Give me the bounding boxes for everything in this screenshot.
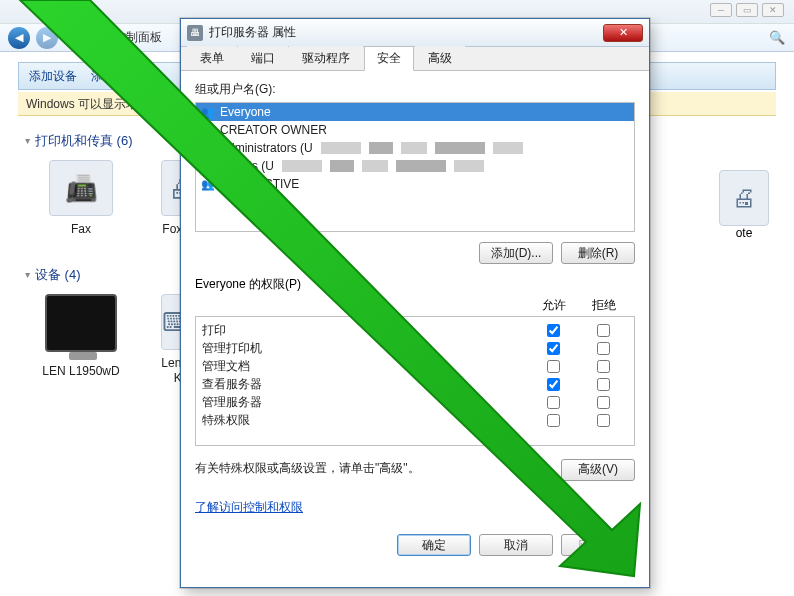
group-name: Guests (U <box>220 159 274 173</box>
groups-label: 组或用户名(G): <box>195 81 635 98</box>
group-icon: 👥 <box>200 141 216 155</box>
breadcrumb[interactable]: 控制面板 <box>114 29 162 46</box>
group-row[interactable]: 👥INTERACTIVE <box>196 175 634 193</box>
add-printer-link[interactable]: 添加打印机 <box>91 68 151 85</box>
group-icon: 👥 <box>200 177 216 191</box>
add-device-link[interactable]: 添加设备 <box>29 68 77 85</box>
list-item[interactable]: 🖨 ote <box>714 170 774 240</box>
permission-name: 打印 <box>202 322 528 339</box>
redacted-span <box>369 142 393 154</box>
cancel-button[interactable]: 取消 <box>479 534 553 556</box>
advanced-button[interactable]: 高级(V) <box>561 459 635 481</box>
redacted-span <box>321 142 361 154</box>
allow-checkbox[interactable] <box>547 378 560 391</box>
group-name: Everyone <box>220 105 271 119</box>
info-text: Windows 可以显示增强型设 <box>26 97 174 111</box>
monitor-icon <box>45 294 117 352</box>
close-button[interactable]: ✕ <box>762 3 784 17</box>
permission-row: 管理服务器 <box>202 393 628 411</box>
list-item[interactable]: 📠 Fax <box>36 160 126 236</box>
redacted-span <box>493 142 523 154</box>
printer-icon: 🖶 <box>187 25 203 41</box>
deny-checkbox[interactable] <box>597 360 610 373</box>
remove-group-button[interactable]: 删除(R) <box>561 242 635 264</box>
permission-name: 管理打印机 <box>202 340 528 357</box>
group-row[interactable]: 👥Administrators (U <box>196 139 634 157</box>
dialog-close-button[interactable]: ✕ <box>603 24 643 42</box>
deny-checkbox[interactable] <box>597 378 610 391</box>
permission-name: 特殊权限 <box>202 412 528 429</box>
permissions-label: Everyone 的权限(P) <box>195 276 635 293</box>
fax-icon: 📠 <box>49 160 113 216</box>
group-name: CREATOR OWNER <box>220 123 327 137</box>
group-icon: 👥 <box>200 159 216 173</box>
group-icon: 👥 <box>200 105 216 119</box>
permission-row: 打印 <box>202 321 628 339</box>
group-name: INTERACTIVE <box>220 177 299 191</box>
allow-checkbox[interactable] <box>547 342 560 355</box>
apply-button[interactable]: 应用(A) <box>561 534 635 556</box>
group-row[interactable]: 👥Guests (U <box>196 157 634 175</box>
nav-fwd-icon: ▶ <box>36 27 58 49</box>
print-server-properties-dialog: 🖶 打印服务器 属性 ✕ 表单端口驱动程序安全高级 组或用户名(G): 👥Eve… <box>180 18 650 588</box>
search-icon[interactable]: 🔍 <box>768 28 786 46</box>
allow-checkbox[interactable] <box>547 396 560 409</box>
group-row[interactable]: 👥CREATOR OWNER <box>196 121 634 139</box>
permission-name: 查看服务器 <box>202 376 528 393</box>
redacted-span <box>362 160 388 172</box>
allow-checkbox[interactable] <box>547 414 560 427</box>
dialog-titlebar[interactable]: 🖶 打印服务器 属性 ✕ <box>181 19 649 47</box>
redacted-span <box>401 142 427 154</box>
advanced-note: 有关特殊权限或高级设置，请单击"高级"。 <box>195 460 553 477</box>
permissions-header: 允许 拒绝 <box>195 297 635 316</box>
permission-name: 管理文档 <box>202 358 528 375</box>
redacted-span <box>330 160 354 172</box>
group-name: Administrators (U <box>220 141 313 155</box>
tab-4[interactable]: 高级 <box>415 46 465 70</box>
group-row[interactable]: 👥Everyone <box>196 103 634 121</box>
deny-checkbox[interactable] <box>597 342 610 355</box>
add-group-button[interactable]: 添加(D)... <box>479 242 553 264</box>
dialog-title: 打印服务器 属性 <box>209 24 296 41</box>
permission-row: 管理文档 <box>202 357 628 375</box>
tab-strip: 表单端口驱动程序安全高级 <box>181 47 649 71</box>
groups-listbox[interactable]: 👥Everyone👥CREATOR OWNER👥Administrators (… <box>195 102 635 232</box>
deny-checkbox[interactable] <box>597 414 610 427</box>
deny-checkbox[interactable] <box>597 324 610 337</box>
group-icon: 👥 <box>200 123 216 137</box>
redacted-span <box>282 160 322 172</box>
permission-row: 查看服务器 <box>202 375 628 393</box>
deny-checkbox[interactable] <box>597 396 610 409</box>
security-tab-panel: 组或用户名(G): 👥Everyone👥CREATOR OWNER👥Admini… <box>181 71 649 587</box>
learn-access-control-link[interactable]: 了解访问控制和权限 <box>195 500 303 514</box>
tab-3[interactable]: 安全 <box>364 46 414 71</box>
printer-path-icon: 🖶 ▸ <box>74 28 102 47</box>
tab-0[interactable]: 表单 <box>187 46 237 70</box>
ok-button[interactable]: 确定 <box>397 534 471 556</box>
printer-icon: 🖨 <box>719 170 769 226</box>
list-item[interactable]: LEN L1950wD <box>36 294 126 385</box>
tab-2[interactable]: 驱动程序 <box>289 46 363 70</box>
permission-row: 特殊权限 <box>202 411 628 429</box>
help-link-row: 了解访问控制和权限 <box>195 497 635 516</box>
permissions-listbox[interactable]: 打印管理打印机管理文档查看服务器管理服务器特殊权限 <box>195 316 635 446</box>
allow-checkbox[interactable] <box>547 360 560 373</box>
min-button[interactable]: ─ <box>710 3 732 17</box>
tab-1[interactable]: 端口 <box>238 46 288 70</box>
permission-name: 管理服务器 <box>202 394 528 411</box>
nav-back-icon[interactable]: ◀ <box>8 27 30 49</box>
redacted-span <box>396 160 446 172</box>
redacted-span <box>454 160 484 172</box>
max-button[interactable]: ▭ <box>736 3 758 17</box>
redacted-span <box>435 142 485 154</box>
allow-checkbox[interactable] <box>547 324 560 337</box>
permission-row: 管理打印机 <box>202 339 628 357</box>
